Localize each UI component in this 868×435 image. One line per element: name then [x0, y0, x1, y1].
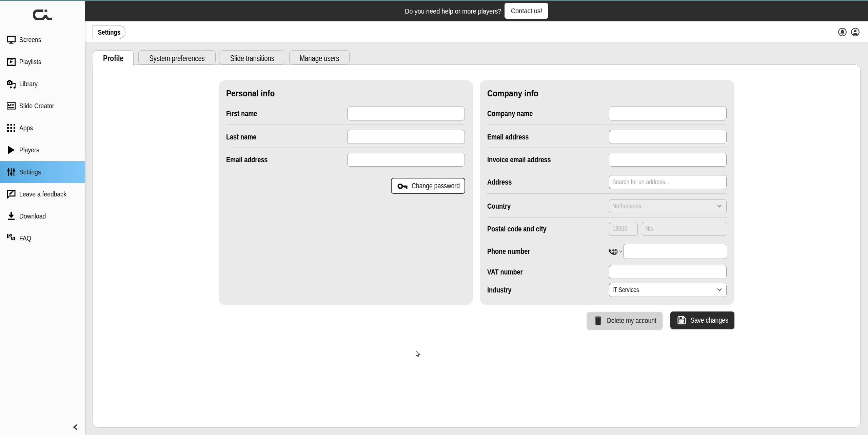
svg-text:Q: Q	[8, 234, 11, 238]
svg-text:A: A	[12, 237, 14, 240]
